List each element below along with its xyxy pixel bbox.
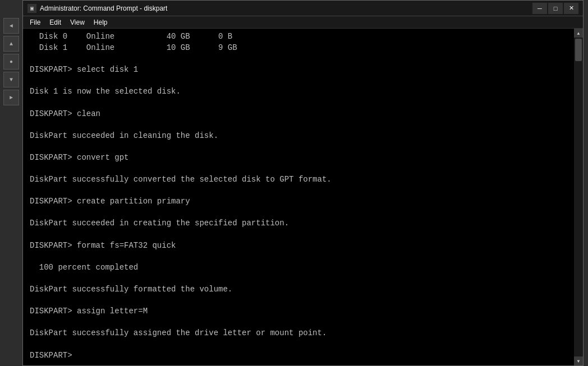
close-button[interactable]: ✕ bbox=[564, 3, 578, 14]
sidebar-btn-1[interactable]: ◄ bbox=[3, 18, 19, 34]
command-prompt-window: ▣ Administrator: Command Prompt - diskpa… bbox=[22, 0, 584, 366]
menu-bar: File Edit View Help bbox=[23, 16, 583, 29]
menu-view[interactable]: View bbox=[66, 17, 89, 27]
terminal-line bbox=[30, 339, 567, 350]
terminal-line bbox=[30, 186, 567, 197]
window-controls: ─ □ ✕ bbox=[532, 3, 578, 14]
sidebar-btn-5[interactable]: ► bbox=[3, 90, 19, 105]
scrollbar[interactable]: ▲ ▼ bbox=[574, 29, 583, 365]
terminal-content[interactable]: Microsoft DiskPart version 10.0.10240 Co… bbox=[23, 29, 574, 365]
minimize-button[interactable]: ─ bbox=[532, 3, 547, 14]
terminal-line: Disk 1 is now the selected disk. bbox=[30, 86, 567, 98]
terminal-line: DISKPART> assign letter=M bbox=[30, 306, 567, 317]
terminal-line bbox=[30, 207, 567, 219]
menu-edit[interactable]: Edit bbox=[45, 17, 66, 27]
terminal-line bbox=[30, 251, 567, 262]
terminal-line: DISKPART> bbox=[30, 350, 567, 362]
sidebar-btn-2[interactable]: ▲ bbox=[3, 36, 19, 52]
terminal-line bbox=[30, 98, 567, 109]
menu-file[interactable]: File bbox=[25, 17, 45, 27]
title-bar: ▣ Administrator: Command Prompt - diskpa… bbox=[23, 1, 583, 16]
sidebar: ◄ ▲ ● ▼ ► bbox=[0, 0, 22, 366]
terminal-line bbox=[30, 54, 567, 65]
terminal-line bbox=[30, 229, 567, 240]
terminal-line: DISKPART> create partition primary bbox=[30, 196, 567, 207]
terminal-line bbox=[30, 295, 567, 307]
terminal-line: DiskPart succeeded in creating the speci… bbox=[30, 218, 567, 229]
sidebar-btn-3[interactable]: ● bbox=[3, 54, 19, 70]
terminal-line bbox=[30, 273, 567, 284]
terminal-line: DISKPART> clean bbox=[30, 109, 567, 120]
scroll-up-arrow[interactable]: ▲ bbox=[574, 29, 583, 38]
terminal-line: DiskPart successfully converted the sele… bbox=[30, 174, 567, 186]
terminal-line bbox=[30, 119, 567, 131]
terminal-line: DiskPart successfully formatted the volu… bbox=[30, 284, 567, 295]
scroll-down-arrow[interactable]: ▼ bbox=[574, 356, 583, 365]
terminal-line: DiskPart succeeded in cleaning the disk. bbox=[30, 131, 567, 142]
scroll-track[interactable] bbox=[574, 38, 583, 356]
terminal-line bbox=[30, 317, 567, 328]
terminal-line bbox=[30, 163, 567, 174]
title-bar-left: ▣ Administrator: Command Prompt - diskpa… bbox=[27, 4, 167, 13]
terminal-line bbox=[30, 76, 567, 87]
terminal-line: DISKPART> format fs=FAT32 quick bbox=[30, 240, 567, 252]
maximize-button[interactable]: □ bbox=[548, 3, 563, 14]
terminal-line: Disk 1 Online 10 GB 9 GB bbox=[30, 43, 567, 54]
terminal-line bbox=[30, 141, 567, 152]
scrollbar-container: Microsoft DiskPart version 10.0.10240 Co… bbox=[23, 29, 583, 365]
terminal-line: 100 percent completed bbox=[30, 262, 567, 274]
sidebar-btn-4[interactable]: ▼ bbox=[3, 72, 19, 87]
terminal-line: DiskPart successfully assigned the drive… bbox=[30, 328, 567, 339]
right-panel bbox=[584, 0, 588, 366]
window-icon: ▣ bbox=[27, 4, 36, 13]
terminal-line: Disk 0 Online 40 GB 0 B bbox=[30, 31, 567, 43]
terminal-line: DISKPART> convert gpt bbox=[30, 152, 567, 164]
terminal-line: DISKPART> select disk 1 bbox=[30, 64, 567, 76]
scroll-thumb[interactable] bbox=[575, 39, 582, 61]
menu-help[interactable]: Help bbox=[89, 17, 112, 27]
window-title: Administrator: Command Prompt - diskpart bbox=[40, 4, 167, 12]
